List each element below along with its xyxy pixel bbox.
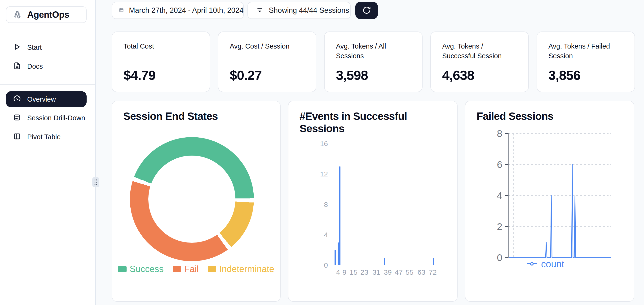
- stat-value: $4.79: [124, 68, 156, 83]
- stat-card: Avg. Tokens / Successful Session4,638: [430, 32, 529, 92]
- logo-label: AgentOps: [27, 10, 69, 20]
- sidebar-item-label: Session Drill-Down: [27, 114, 85, 122]
- legend-label: Indeterminate: [219, 264, 274, 274]
- stat-label: Avg. Tokens / Successful Session: [442, 42, 518, 61]
- count-legend-label: count: [541, 259, 564, 269]
- sidebar-drag-handle-icon[interactable]: [92, 177, 99, 187]
- bar-value-2: [334, 250, 336, 265]
- y-axis-tick-label: 4: [309, 230, 328, 240]
- bar-value-1: [433, 258, 434, 265]
- sidebar-item-start[interactable]: Start: [6, 39, 86, 55]
- stat-value: 4,638: [442, 68, 474, 83]
- failed-sessions-line-plot: 86420: [465, 101, 635, 302]
- legend-item-fail[interactable]: Fail: [173, 264, 199, 274]
- sidebar-divider: [0, 84, 95, 85]
- gauge-icon: [13, 95, 21, 104]
- sidebar: AgentOps StartDocs OverviewSession Drill…: [0, 0, 95, 305]
- chart-title: Session End States: [123, 110, 218, 122]
- stat-card: Avg. Cost / Session$0.27: [218, 32, 316, 92]
- sidebar-item-label: Overview: [27, 95, 56, 103]
- legend-label: Fail: [184, 264, 199, 274]
- events-in-successful-sessions-card: #Events in Successful Sessions 161284049…: [288, 101, 458, 302]
- legend-label: Success: [130, 264, 164, 274]
- stat-value: 3,598: [336, 68, 368, 83]
- legend-swatch: [118, 266, 126, 272]
- bar-value-1: [384, 258, 385, 265]
- refresh-button[interactable]: [355, 2, 378, 19]
- calendar-icon: [118, 7, 124, 14]
- stat-card: Avg. Tokens / Failed Session3,856: [536, 32, 635, 92]
- sidebar-item-docs[interactable]: Docs: [6, 58, 86, 74]
- donut-hole: [148, 156, 236, 243]
- sidebar-item-label: Docs: [27, 63, 43, 70]
- stat-value: $0.27: [230, 68, 262, 83]
- legend-item-indeterminate[interactable]: Indeterminate: [208, 264, 274, 274]
- y-axis-tick-label: 16: [309, 139, 328, 149]
- sidebar-item-pivot-table[interactable]: Pivot Table: [6, 129, 86, 145]
- sessions-filter-label: Showing 44/44 Sessions: [269, 6, 349, 15]
- svg-text:0: 0: [497, 252, 502, 263]
- legend-swatch: [173, 266, 181, 272]
- chart-title: #Events in Successful Sessions: [300, 110, 442, 135]
- document-icon: [13, 62, 21, 71]
- filter-lines-icon: [256, 6, 264, 15]
- bar-value-13: [339, 166, 340, 265]
- sidebar-item-label: Start: [27, 44, 42, 51]
- y-axis-tick-label: 8: [309, 200, 328, 210]
- failed-sessions-card: Failed Sessions 86420 count: [465, 101, 634, 302]
- sidebar-item-label: Pivot Table: [27, 133, 60, 141]
- stat-value: 3,856: [548, 68, 580, 83]
- svg-text:4: 4: [497, 190, 502, 201]
- date-range-label: March 27th, 2024 - April 10th, 2024: [129, 6, 244, 15]
- stat-card: Total Cost$4.79: [112, 32, 210, 92]
- line-circle-icon: [526, 262, 537, 267]
- y-axis-tick-label: 0: [309, 260, 328, 270]
- sidebar-item-overview[interactable]: Overview: [6, 91, 86, 107]
- date-range-picker[interactable]: March 27th, 2024 - April 10th, 2024: [112, 2, 244, 19]
- stat-label: Avg. Tokens / All Sessions: [336, 42, 412, 61]
- agentops-logo[interactable]: AgentOps: [6, 7, 86, 23]
- play-icon: [13, 43, 21, 52]
- svg-text:8: 8: [497, 128, 502, 139]
- bar-value-3: [338, 242, 339, 265]
- stat-label: Avg. Tokens / Failed Session: [548, 42, 624, 61]
- sidebar-divider: [0, 31, 95, 31]
- session-end-states-card: Session End States SuccessFailIndetermin…: [112, 101, 280, 302]
- svg-text:6: 6: [497, 159, 502, 170]
- refresh-icon: [362, 6, 372, 16]
- stat-label: Total Cost: [124, 42, 199, 51]
- stat-label: Avg. Cost / Session: [230, 42, 306, 51]
- legend-item-success[interactable]: Success: [118, 264, 164, 274]
- y-axis-tick-label: 12: [309, 169, 328, 179]
- panel-left-icon: [13, 132, 21, 141]
- count-legend-item[interactable]: count: [526, 259, 564, 269]
- stat-card: Avg. Tokens / All Sessions3,598: [324, 32, 422, 92]
- sessions-filter-button[interactable]: Showing 44/44 Sessions: [248, 2, 351, 19]
- sidebar-resizer[interactable]: [95, 0, 96, 305]
- donut-legend: SuccessFailIndeterminate: [112, 264, 280, 274]
- list-icon: [13, 113, 21, 122]
- legend-swatch: [208, 266, 216, 272]
- x-axis-tick-label: 72: [422, 268, 443, 276]
- sidebar-item-session-drill-down[interactable]: Session Drill-Down: [6, 110, 86, 126]
- agentops-logo-icon: [13, 10, 22, 20]
- svg-text:2: 2: [497, 221, 502, 232]
